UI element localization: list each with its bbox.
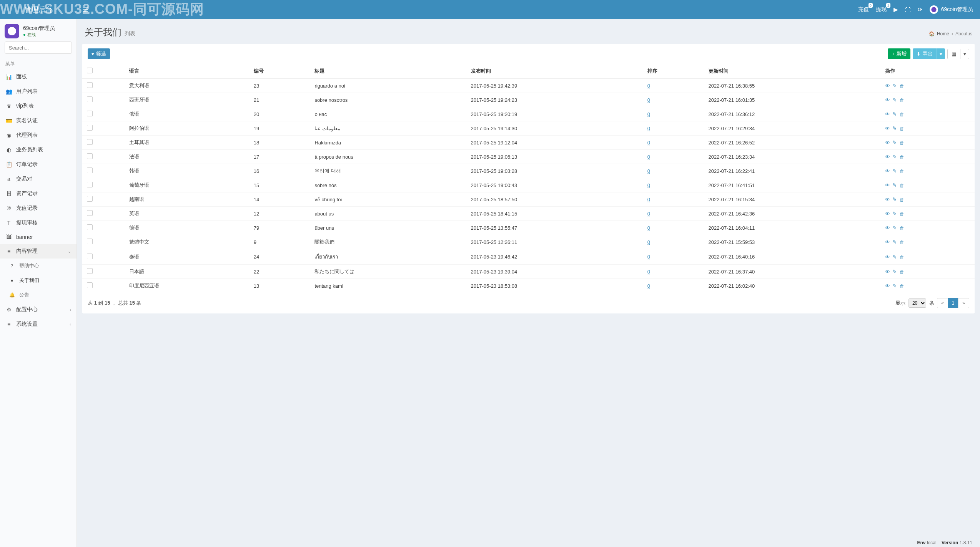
cell-sort[interactable]: 0 — [647, 269, 650, 275]
row-checkbox[interactable] — [87, 153, 93, 159]
cell-sort[interactable]: 0 — [647, 140, 650, 146]
view-icon[interactable] — [885, 211, 890, 217]
sidebar-item-config-center[interactable]: ⚙ 配置中心 ‹ — [0, 302, 77, 317]
play-icon[interactable]: ▶ — [893, 6, 898, 13]
page-1[interactable]: 1 — [948, 298, 959, 308]
topnav-user[interactable]: 69coin管理员 — [930, 5, 973, 14]
view-icon[interactable] — [885, 225, 890, 231]
edit-icon[interactable] — [892, 254, 897, 260]
cell-sort[interactable]: 0 — [647, 239, 650, 245]
sidebar-toggle[interactable]: ☰ — [77, 6, 94, 13]
view-icon[interactable] — [885, 254, 890, 260]
sidebar-item-11[interactable]: 🖼banner — [0, 230, 77, 244]
edit-icon[interactable] — [892, 111, 897, 117]
row-checkbox[interactable] — [87, 282, 93, 288]
row-checkbox[interactable] — [87, 254, 93, 259]
col-id[interactable]: 编号 — [249, 64, 310, 79]
view-icon[interactable] — [885, 83, 890, 89]
view-icon[interactable] — [885, 139, 890, 146]
row-checkbox[interactable] — [87, 167, 93, 173]
delete-icon[interactable] — [900, 225, 904, 231]
delete-icon[interactable] — [900, 154, 904, 160]
row-checkbox[interactable] — [87, 139, 93, 145]
export-caret[interactable]: ▾ — [937, 48, 945, 59]
sidebar-subitem-2[interactable]: 🔔公告 — [0, 288, 77, 302]
edit-icon[interactable] — [892, 182, 897, 188]
cell-sort[interactable]: 0 — [647, 197, 650, 202]
delete-icon[interactable] — [900, 283, 904, 289]
sidebar-item-2[interactable]: ♛vip列表 — [0, 99, 77, 113]
sidebar-item-9[interactable]: ®充值记录 — [0, 201, 77, 215]
row-checkbox[interactable] — [87, 224, 93, 230]
delete-icon[interactable] — [900, 269, 904, 275]
view-icon[interactable] — [885, 154, 890, 160]
cell-sort[interactable]: 0 — [647, 283, 650, 289]
sidebar-item-3[interactable]: 💳实名认证 — [0, 113, 77, 128]
sidebar-item-7[interactable]: a交易对 — [0, 172, 77, 186]
delete-icon[interactable] — [900, 211, 904, 217]
page-prev[interactable]: « — [937, 298, 948, 308]
topnav-withdraw[interactable]: 提现 1 — [876, 6, 887, 13]
delete-icon[interactable] — [900, 168, 904, 174]
delete-icon[interactable] — [900, 111, 904, 117]
delete-icon[interactable] — [900, 83, 904, 89]
edit-icon[interactable] — [892, 125, 897, 131]
cell-sort[interactable]: 0 — [647, 211, 650, 217]
edit-icon[interactable] — [892, 211, 897, 217]
delete-icon[interactable] — [900, 196, 904, 202]
grid-caret[interactable]: ▾ — [960, 49, 969, 59]
sidebar-item-content-mgmt[interactable]: ≡ 内容管理 ⌄ — [0, 244, 77, 259]
sidebar-item-1[interactable]: 👥用户列表 — [0, 84, 77, 99]
view-icon[interactable] — [885, 283, 890, 289]
sidebar-item-8[interactable]: 🗄资产记录 — [0, 186, 77, 201]
col-pub[interactable]: 发布时间 — [466, 64, 643, 79]
edit-icon[interactable] — [892, 269, 897, 275]
edit-icon[interactable] — [892, 139, 897, 146]
row-checkbox[interactable] — [87, 111, 93, 116]
delete-icon[interactable] — [900, 254, 904, 260]
topnav-recharge[interactable]: 充值 0 — [858, 6, 869, 13]
sidebar-item-6[interactable]: 📋订单记录 — [0, 157, 77, 172]
delete-icon[interactable] — [900, 239, 904, 245]
export-button[interactable]: ⬇ 导出 — [913, 48, 937, 59]
page-size-select[interactable]: 20 — [908, 298, 926, 308]
col-title[interactable]: 标题 — [310, 64, 466, 79]
crumb-home[interactable]: Home — [937, 31, 949, 36]
delete-icon[interactable] — [900, 97, 904, 103]
row-checkbox[interactable] — [87, 182, 93, 187]
delete-icon[interactable] — [900, 139, 904, 146]
cell-sort[interactable]: 0 — [647, 111, 650, 117]
row-checkbox[interactable] — [87, 268, 93, 274]
grid-button[interactable]: ▦ — [947, 49, 960, 59]
edit-icon[interactable] — [892, 196, 897, 202]
select-all-checkbox[interactable] — [87, 68, 93, 73]
cell-sort[interactable]: 0 — [647, 97, 650, 103]
delete-icon[interactable] — [900, 182, 904, 188]
col-sort[interactable]: 排序 — [643, 64, 704, 79]
sidebar-subitem-1[interactable]: ●关于我们 — [0, 273, 77, 288]
sidebar-item-sys-settings[interactable]: ≡ 系统设置 ‹ — [0, 317, 77, 332]
view-icon[interactable] — [885, 97, 890, 103]
cell-sort[interactable]: 0 — [647, 225, 650, 231]
sidebar-item-4[interactable]: ◉代理列表 — [0, 128, 77, 143]
delete-icon[interactable] — [900, 125, 904, 131]
view-icon[interactable] — [885, 111, 890, 117]
edit-icon[interactable] — [892, 97, 897, 103]
view-icon[interactable] — [885, 239, 890, 245]
logo[interactable]: 管理后台 — [0, 0, 77, 19]
row-checkbox[interactable] — [87, 239, 93, 244]
cell-sort[interactable]: 0 — [647, 83, 650, 89]
sidebar-item-10[interactable]: T提现审核 — [0, 215, 77, 230]
view-icon[interactable] — [885, 168, 890, 174]
row-checkbox[interactable] — [87, 125, 93, 131]
edit-icon[interactable] — [892, 283, 897, 289]
cell-sort[interactable]: 0 — [647, 182, 650, 188]
row-checkbox[interactable] — [87, 96, 93, 102]
row-checkbox[interactable] — [87, 196, 93, 202]
col-lang[interactable]: 语言 — [125, 64, 249, 79]
refresh-icon[interactable]: ⟳ — [918, 6, 923, 13]
sidebar-item-0[interactable]: 📊面板 — [0, 70, 77, 84]
search-input[interactable] — [5, 42, 77, 53]
row-checkbox[interactable] — [87, 210, 93, 216]
edit-icon[interactable] — [892, 154, 897, 160]
